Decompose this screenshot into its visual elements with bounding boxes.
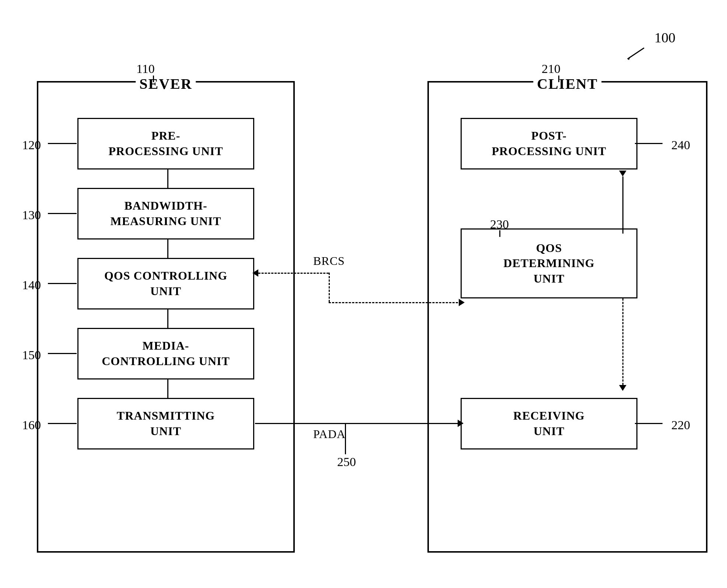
diagram-container: 100 SEVER 110 CLIENT 210 PRE- PROCESSING…	[22, 29, 705, 566]
pada-arrow	[458, 420, 464, 427]
ref-230-line	[499, 230, 500, 237]
ref-220-line	[635, 423, 663, 424]
qos-determining-unit: QOS DETERMINING UNIT	[461, 228, 637, 298]
ref-250: 250	[337, 455, 356, 469]
ref-230: 230	[490, 217, 509, 231]
brcs-label: BRCS	[313, 254, 345, 268]
server-ref: 110	[136, 62, 155, 76]
ref-120-line	[48, 143, 77, 144]
ref-140: 140	[22, 278, 41, 292]
ref-130: 130	[22, 208, 41, 222]
ref-140-line	[48, 283, 77, 284]
brcs-dashed-bottom	[329, 302, 461, 303]
pada-line	[255, 423, 460, 424]
client-label: CLIENT	[533, 75, 601, 92]
client-ref: 210	[542, 62, 560, 76]
ref-160: 160	[22, 418, 41, 432]
brcs-dashed-vertical	[329, 273, 330, 302]
post-processing-unit: POST- PROCESSING UNIT	[461, 118, 637, 169]
ref-150: 150	[22, 348, 41, 362]
arrow-230-240	[619, 171, 626, 234]
brcs-dashed-top	[255, 273, 329, 274]
brcs-arrow-left	[252, 269, 258, 277]
pre-processing-unit: PRE- PROCESSING UNIT	[77, 118, 254, 169]
transmitting-unit: TRANSMITTING UNIT	[77, 398, 254, 449]
ref-150-line	[48, 353, 77, 354]
bandwidth-measuring-unit: BANDWIDTH- MEASURING UNIT	[77, 188, 254, 239]
pada-label: PADA	[313, 427, 346, 441]
qos-controlling-unit: QOS CONTROLLING UNIT	[77, 258, 254, 309]
receiving-unit: RECEIVING UNIT	[461, 398, 637, 449]
ref-250-line	[345, 424, 346, 454]
media-controlling-unit: MEDIA- CONTROLLING UNIT	[77, 328, 254, 379]
ref-160-line	[48, 423, 77, 424]
client-ref-line	[558, 76, 559, 82]
ref-240: 240	[671, 138, 690, 152]
ref-220: 220	[671, 418, 690, 432]
brcs-arrow-right	[459, 299, 465, 306]
server-label: SEVER	[136, 75, 196, 92]
figure-number: 100	[654, 29, 675, 46]
ref-120: 120	[22, 138, 41, 152]
dashed-arrow-230-220	[619, 298, 626, 391]
server-ref-line	[153, 76, 154, 82]
ref-240-line	[635, 143, 663, 144]
figure-arrow	[624, 46, 646, 64]
ref-130-line	[48, 213, 77, 214]
